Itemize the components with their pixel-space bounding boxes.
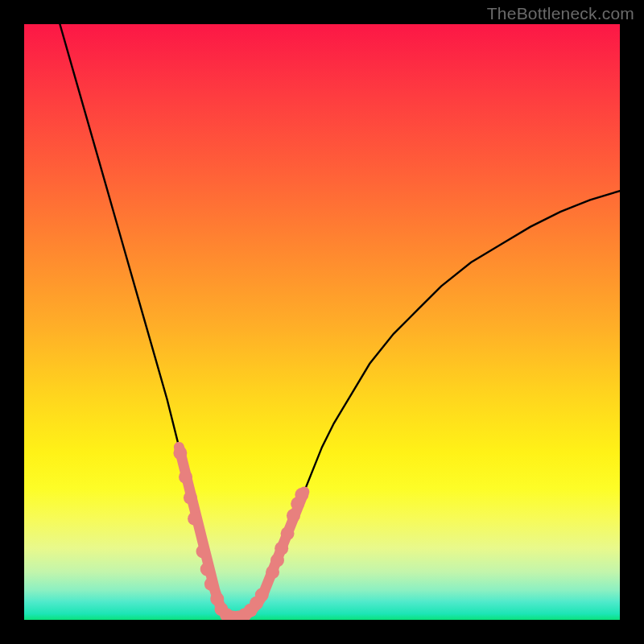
marker-dot — [266, 565, 279, 579]
plot-frame — [24, 24, 620, 620]
marker-dot — [287, 509, 300, 522]
marker-dot — [281, 526, 295, 540]
marker-dot — [200, 563, 214, 576]
marker-dot — [275, 542, 288, 555]
marker-dot — [255, 588, 269, 601]
marker-dot — [188, 512, 201, 526]
marker-dot — [270, 554, 284, 568]
marker-dot — [184, 491, 197, 505]
marker-dots — [173, 446, 308, 620]
marker-dot — [196, 544, 210, 558]
plot-svg — [24, 24, 620, 620]
curve-line — [60, 24, 620, 618]
marker-dot — [179, 470, 192, 484]
marker-dot — [173, 446, 187, 460]
marker-dot — [204, 577, 218, 591]
marker-dot — [295, 488, 308, 502]
watermark-text: TheBottleneck.com — [487, 4, 634, 23]
